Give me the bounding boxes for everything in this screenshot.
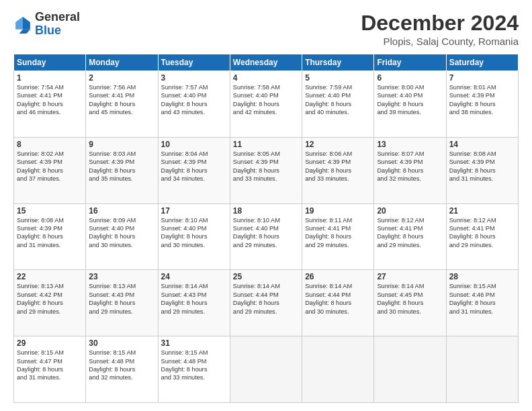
day-info: Sunrise: 8:14 AM Sunset: 4:44 PM Dayligh… [233, 282, 299, 316]
logo-text: General Blue [35, 11, 80, 38]
day-info: Sunrise: 8:10 AM Sunset: 4:40 PM Dayligh… [161, 216, 227, 250]
day-number: 12 [305, 140, 371, 149]
day-info: Sunrise: 8:14 AM Sunset: 4:45 PM Dayligh… [377, 282, 443, 316]
day-info: Sunrise: 8:12 AM Sunset: 4:41 PM Dayligh… [377, 216, 443, 250]
col-saturday: Saturday [446, 54, 518, 71]
calendar-week-row: 29Sunrise: 8:15 AM Sunset: 4:47 PM Dayli… [14, 336, 519, 403]
calendar: Sunday Monday Tuesday Wednesday Thursday… [13, 54, 519, 403]
day-number: 20 [377, 206, 443, 216]
day-cell: 17Sunrise: 8:10 AM Sunset: 4:40 PM Dayli… [158, 203, 230, 270]
day-cell: 12Sunrise: 8:06 AM Sunset: 4:39 PM Dayli… [302, 137, 374, 203]
day-number: 13 [377, 140, 443, 149]
day-info: Sunrise: 7:56 AM Sunset: 4:41 PM Dayligh… [89, 83, 154, 117]
day-number: 22 [17, 272, 83, 281]
day-cell: 30Sunrise: 8:15 AM Sunset: 4:48 PM Dayli… [86, 336, 158, 403]
calendar-week-row: 1Sunrise: 7:54 AM Sunset: 4:41 PM Daylig… [14, 71, 519, 138]
day-cell: 13Sunrise: 8:07 AM Sunset: 4:39 PM Dayli… [374, 137, 446, 203]
day-info: Sunrise: 8:12 AM Sunset: 4:41 PM Dayligh… [449, 216, 515, 250]
header: General Blue December 2024 Plopis, Salaj… [13, 11, 519, 47]
day-cell: 4Sunrise: 7:58 AM Sunset: 4:40 PM Daylig… [230, 71, 302, 138]
day-number: 6 [377, 73, 443, 83]
day-number: 15 [17, 206, 83, 216]
day-info: Sunrise: 8:03 AM Sunset: 4:39 PM Dayligh… [89, 150, 154, 183]
calendar-week-row: 8Sunrise: 8:02 AM Sunset: 4:39 PM Daylig… [14, 137, 519, 203]
day-number: 31 [161, 338, 227, 348]
empty-cell [446, 336, 518, 403]
empty-cell [302, 336, 374, 403]
day-info: Sunrise: 8:13 AM Sunset: 4:43 PM Dayligh… [89, 282, 154, 316]
day-info: Sunrise: 8:07 AM Sunset: 4:39 PM Dayligh… [377, 150, 443, 183]
day-info: Sunrise: 8:04 AM Sunset: 4:39 PM Dayligh… [161, 150, 227, 183]
day-number: 11 [233, 140, 299, 149]
day-number: 14 [449, 140, 515, 149]
day-cell: 2Sunrise: 7:56 AM Sunset: 4:41 PM Daylig… [86, 71, 158, 138]
col-sunday: Sunday [14, 54, 86, 71]
svg-marker-1 [15, 17, 23, 30]
day-number: 17 [161, 206, 227, 216]
day-number: 27 [377, 272, 443, 281]
col-wednesday: Wednesday [230, 54, 302, 71]
day-number: 29 [17, 338, 83, 348]
day-info: Sunrise: 8:15 AM Sunset: 4:48 PM Dayligh… [89, 349, 154, 382]
day-cell: 9Sunrise: 8:03 AM Sunset: 4:39 PM Daylig… [86, 137, 158, 203]
day-cell: 11Sunrise: 8:05 AM Sunset: 4:39 PM Dayli… [230, 137, 302, 203]
day-cell: 3Sunrise: 7:57 AM Sunset: 4:40 PM Daylig… [158, 71, 230, 138]
day-info: Sunrise: 8:00 AM Sunset: 4:40 PM Dayligh… [377, 83, 443, 117]
svg-marker-0 [23, 17, 30, 30]
day-cell: 5Sunrise: 7:59 AM Sunset: 4:40 PM Daylig… [302, 71, 374, 138]
day-number: 25 [233, 272, 299, 281]
day-number: 23 [89, 272, 154, 281]
day-number: 16 [89, 206, 154, 216]
logo-blue-text: Blue [35, 24, 61, 37]
col-thursday: Thursday [302, 54, 374, 71]
calendar-week-row: 15Sunrise: 8:08 AM Sunset: 4:39 PM Dayli… [14, 203, 519, 270]
day-number: 19 [305, 206, 371, 216]
day-info: Sunrise: 7:57 AM Sunset: 4:40 PM Dayligh… [161, 83, 227, 117]
logo: General Blue [13, 11, 80, 38]
day-cell: 20Sunrise: 8:12 AM Sunset: 4:41 PM Dayli… [374, 203, 446, 270]
day-info: Sunrise: 8:10 AM Sunset: 4:40 PM Dayligh… [233, 216, 299, 250]
day-cell: 10Sunrise: 8:04 AM Sunset: 4:39 PM Dayli… [158, 137, 230, 203]
day-cell: 26Sunrise: 8:14 AM Sunset: 4:44 PM Dayli… [302, 270, 374, 336]
day-info: Sunrise: 7:59 AM Sunset: 4:40 PM Dayligh… [305, 83, 371, 117]
day-number: 10 [161, 140, 227, 149]
day-info: Sunrise: 8:02 AM Sunset: 4:39 PM Dayligh… [17, 150, 83, 183]
day-number: 2 [89, 73, 154, 83]
day-info: Sunrise: 8:14 AM Sunset: 4:43 PM Dayligh… [161, 282, 227, 316]
day-number: 9 [89, 140, 154, 149]
day-cell: 29Sunrise: 8:15 AM Sunset: 4:47 PM Dayli… [14, 336, 86, 403]
day-cell: 21Sunrise: 8:12 AM Sunset: 4:41 PM Dayli… [446, 203, 518, 270]
empty-cell [230, 336, 302, 403]
day-info: Sunrise: 8:05 AM Sunset: 4:39 PM Dayligh… [233, 150, 299, 183]
location-title: Plopis, Salaj County, Romania [361, 36, 519, 47]
day-cell: 22Sunrise: 8:13 AM Sunset: 4:42 PM Dayli… [14, 270, 86, 336]
calendar-header-row: Sunday Monday Tuesday Wednesday Thursday… [14, 54, 519, 71]
day-number: 18 [233, 206, 299, 216]
day-info: Sunrise: 8:08 AM Sunset: 4:39 PM Dayligh… [449, 150, 515, 183]
day-number: 30 [89, 338, 154, 348]
title-block: December 2024 Plopis, Salaj County, Roma… [361, 11, 519, 47]
day-cell: 15Sunrise: 8:08 AM Sunset: 4:39 PM Dayli… [14, 203, 86, 270]
day-info: Sunrise: 8:01 AM Sunset: 4:39 PM Dayligh… [449, 83, 515, 117]
day-number: 28 [449, 272, 515, 281]
day-cell: 18Sunrise: 8:10 AM Sunset: 4:40 PM Dayli… [230, 203, 302, 270]
day-info: Sunrise: 8:15 AM Sunset: 4:48 PM Dayligh… [161, 349, 227, 382]
day-number: 24 [161, 272, 227, 281]
day-info: Sunrise: 8:09 AM Sunset: 4:40 PM Dayligh… [89, 216, 154, 250]
page: General Blue December 2024 Plopis, Salaj… [0, 0, 532, 411]
logo-general-text: General [35, 10, 80, 24]
col-monday: Monday [86, 54, 158, 71]
col-friday: Friday [374, 54, 446, 71]
day-info: Sunrise: 8:08 AM Sunset: 4:39 PM Dayligh… [17, 216, 83, 250]
day-cell: 25Sunrise: 8:14 AM Sunset: 4:44 PM Dayli… [230, 270, 302, 336]
day-number: 26 [305, 272, 371, 281]
day-number: 5 [305, 73, 371, 83]
day-number: 4 [233, 73, 299, 83]
day-info: Sunrise: 8:11 AM Sunset: 4:41 PM Dayligh… [305, 216, 371, 250]
day-cell: 8Sunrise: 8:02 AM Sunset: 4:39 PM Daylig… [14, 137, 86, 203]
day-cell: 28Sunrise: 8:15 AM Sunset: 4:46 PM Dayli… [446, 270, 518, 336]
day-cell: 24Sunrise: 8:14 AM Sunset: 4:43 PM Dayli… [158, 270, 230, 336]
empty-cell [374, 336, 446, 403]
day-info: Sunrise: 8:15 AM Sunset: 4:46 PM Dayligh… [449, 282, 515, 316]
day-number: 1 [17, 73, 83, 83]
